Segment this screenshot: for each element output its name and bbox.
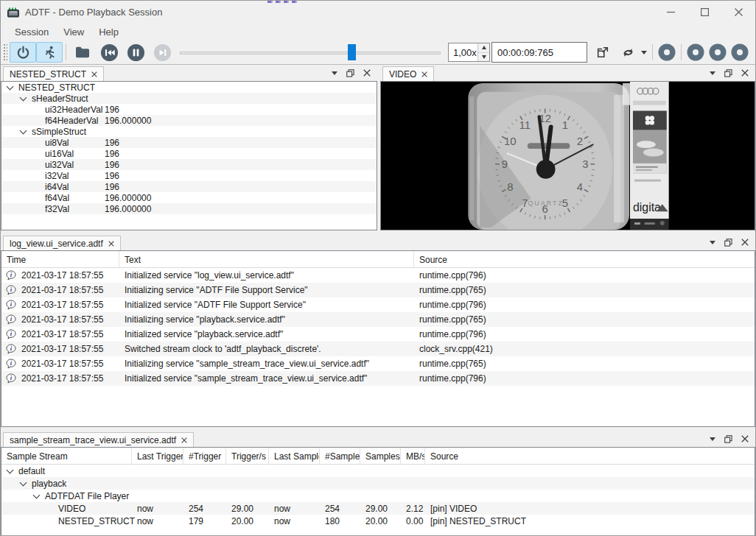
seek-slider-handle[interactable] <box>348 44 356 60</box>
column-header-mb-s[interactable]: MB/s <box>401 448 425 465</box>
tree-row[interactable]: sHeaderStruct <box>1 93 377 104</box>
tab-log-view[interactable]: log_view.ui_service.adtf <box>3 236 121 250</box>
trace-row[interactable]: VIDEOnow25429.00now25429.002.12[pin] VID… <box>1 502 755 515</box>
marker-button-1[interactable] <box>656 42 678 63</box>
close-panel-icon[interactable] <box>741 435 749 442</box>
title-bar: ADTF - Demo Playback Session <box>1 1 755 23</box>
marker-button-2[interactable] <box>685 42 707 63</box>
column-header-source[interactable]: Source <box>425 448 755 465</box>
tree-row[interactable]: ui32HeaderVal196 <box>1 104 377 115</box>
log-row[interactable]: i2021-03-17 18:57:55Initialized service … <box>1 297 755 312</box>
step-forward-button[interactable] <box>149 42 175 63</box>
marker-button-4[interactable] <box>729 42 751 63</box>
skip-to-start-button[interactable] <box>96 42 122 63</box>
menu-session[interactable]: Session <box>7 24 56 40</box>
log-row[interactable]: i2021-03-17 18:57:55Initializing service… <box>1 312 755 327</box>
column-header-text[interactable]: Text <box>119 251 414 268</box>
time-field[interactable]: 00:00:09:765 <box>491 42 587 63</box>
minimize-button[interactable] <box>654 1 687 23</box>
panel-menu-icon[interactable] <box>710 241 715 244</box>
seek-slider-groove[interactable] <box>180 52 441 54</box>
speed-down-button[interactable] <box>478 53 489 62</box>
tab-close-icon[interactable] <box>421 71 427 77</box>
log-row[interactable]: i2021-03-17 18:57:55Switched stream cloc… <box>1 342 755 356</box>
close-panel-icon[interactable] <box>741 239 749 246</box>
float-panel-icon[interactable] <box>724 435 732 443</box>
log-time-cell: i2021-03-17 18:57:55 <box>1 270 119 281</box>
column-header--samples[interactable]: #Samples <box>320 448 360 465</box>
tab-close-icon[interactable] <box>91 71 97 77</box>
loop-button[interactable] <box>617 42 639 63</box>
column-header-sample-stream[interactable]: Sample Stream <box>1 448 132 465</box>
tree-row[interactable]: i32Val196 <box>1 170 377 181</box>
tab-video[interactable]: VIDEO <box>382 66 434 81</box>
tree-row[interactable]: i64Val196 <box>1 181 377 192</box>
expander-icon[interactable] <box>7 82 14 90</box>
tree-row[interactable]: f64HeaderVal196.000000 <box>1 115 377 126</box>
tree-row[interactable]: f32Val196.000000 <box>1 203 377 214</box>
open-file-button[interactable] <box>69 42 96 63</box>
column-header-source[interactable]: Source <box>414 251 755 268</box>
panel-menu-icon[interactable] <box>710 437 715 441</box>
power-session-button[interactable] <box>10 42 36 63</box>
trace-row[interactable]: NESTED_STRUCTnow17920.00now18020.000.00[… <box>1 515 755 527</box>
log-row[interactable]: i2021-03-17 18:57:55Initializing service… <box>1 283 755 297</box>
panel-menu-icon[interactable] <box>710 71 715 75</box>
trace-row[interactable]: playback <box>1 477 755 490</box>
close-panel-icon[interactable] <box>363 69 371 77</box>
expander-icon[interactable] <box>20 94 27 101</box>
float-panel-icon[interactable] <box>724 69 732 77</box>
expander-icon[interactable] <box>33 491 41 498</box>
tree-row[interactable]: ui16Val196 <box>1 148 377 159</box>
column-header-trigger-s[interactable]: Trigger/s <box>226 448 269 465</box>
menu-view[interactable]: View <box>56 24 91 40</box>
tree-row[interactable]: f64Val196.000000 <box>1 192 377 203</box>
toolbar-grip[interactable] <box>3 43 7 61</box>
tree-row[interactable]: ui8Val196 <box>1 137 377 148</box>
tree-row[interactable]: NESTED_STRUCT <box>1 82 377 93</box>
pause-button[interactable] <box>122 42 149 63</box>
log-row[interactable]: i2021-03-17 18:57:55Initialized service … <box>1 327 755 342</box>
speed-spinner[interactable]: 1,00x <box>448 43 490 62</box>
float-panel-icon[interactable] <box>346 69 354 77</box>
tab-trace-view[interactable]: sample_stream_trace_view.ui_service.adtf <box>3 432 194 447</box>
log-row[interactable]: i2021-03-17 18:57:55Initialized service … <box>1 371 755 386</box>
column-header-last-sample[interactable]: Last Sample <box>269 448 320 465</box>
column-header-samples-s[interactable]: Samples/s <box>360 448 401 465</box>
marker-button-3[interactable] <box>707 42 729 63</box>
brochure-card <box>633 111 667 174</box>
step-forward-icon <box>153 43 172 62</box>
tree-row[interactable]: ui32Val196 <box>1 159 377 170</box>
tab-nested-struct[interactable]: NESTED_STRUCT <box>3 66 104 81</box>
close-button[interactable] <box>721 1 755 23</box>
run-session-button[interactable] <box>36 42 63 63</box>
seek-slider[interactable] <box>180 42 441 63</box>
nested-struct-tabbar: NESTED_STRUCT <box>1 65 377 81</box>
loop-dropdown-button[interactable] <box>639 42 649 63</box>
panel-menu-icon[interactable] <box>332 71 337 75</box>
speed-value[interactable]: 1,00x <box>449 43 477 61</box>
trace-row[interactable]: ADTFDAT File Player <box>1 490 755 502</box>
column-header-time[interactable]: Time <box>1 251 119 268</box>
log-time-text: 2021-03-17 18:57:55 <box>21 300 103 310</box>
expander-icon[interactable] <box>7 466 14 473</box>
float-panel-icon[interactable] <box>724 239 732 247</box>
column-header-last-trigger[interactable]: Last Trigger <box>132 448 183 465</box>
close-panel-icon[interactable] <box>741 69 749 77</box>
maximize-button[interactable] <box>687 1 721 23</box>
speed-up-button[interactable] <box>478 43 489 53</box>
tree-value: 196 <box>105 160 119 170</box>
tab-close-icon[interactable] <box>181 437 187 443</box>
column-header--trigger[interactable]: #Trigger <box>183 448 226 465</box>
log-row[interactable]: i2021-03-17 18:57:55Initialized service … <box>1 268 755 283</box>
log-time-text: 2021-03-17 18:57:55 <box>21 359 103 369</box>
trace-tabbar: sample_stream_trace_view.ui_service.adtf <box>1 431 755 447</box>
detach-button[interactable] <box>592 42 614 63</box>
tree-row[interactable]: sSimpleStruct <box>1 126 377 137</box>
expander-icon[interactable] <box>20 479 27 486</box>
menu-help[interactable]: Help <box>91 24 126 40</box>
trace-row[interactable]: default <box>1 465 755 477</box>
expander-icon[interactable] <box>20 127 27 134</box>
log-row[interactable]: i2021-03-17 18:57:55Initializing service… <box>1 356 755 371</box>
tab-close-icon[interactable] <box>108 241 114 247</box>
